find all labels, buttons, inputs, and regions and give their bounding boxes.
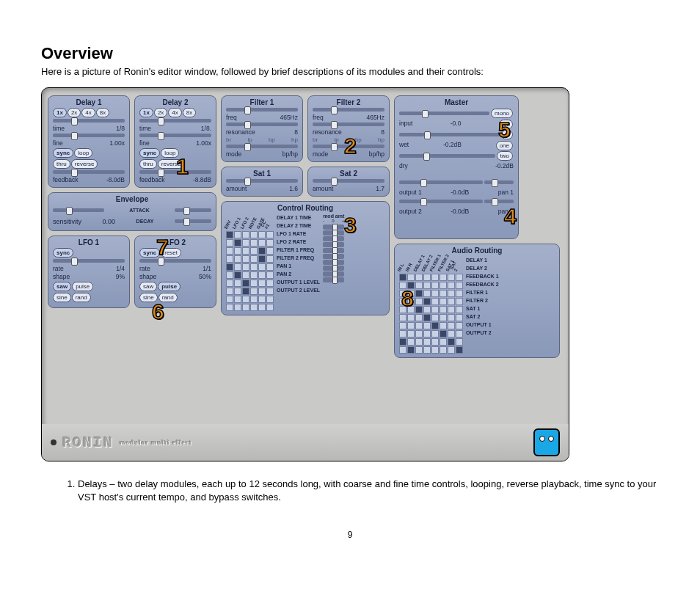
ctrl-grid-cell[interactable] <box>266 304 274 311</box>
master-pan1-slider[interactable] <box>484 180 514 184</box>
sat1-amount-slider[interactable] <box>226 179 298 183</box>
aud-grid-cell[interactable] <box>448 338 455 346</box>
ctrl-grid-cell[interactable] <box>266 271 274 279</box>
master-wet-slider[interactable] <box>399 133 500 136</box>
delay2-reverse[interactable]: reverse <box>158 159 185 169</box>
delay2-sync[interactable]: sync <box>139 148 160 158</box>
master-dry-slider[interactable] <box>399 154 495 158</box>
ctrl-grid-cell[interactable] <box>242 255 249 263</box>
lfo2-rate-slider[interactable] <box>139 259 211 263</box>
aud-grid-cell[interactable] <box>407 274 415 281</box>
aud-grid-cell[interactable] <box>415 306 423 313</box>
modamt-slider[interactable] <box>323 266 344 271</box>
master-one[interactable]: one <box>496 141 513 150</box>
ctrl-grid-cell[interactable] <box>266 239 274 247</box>
ctrl-grid-cell[interactable] <box>242 271 249 279</box>
delay2-mult-8x[interactable]: 8x <box>183 108 196 117</box>
aud-grid-cell[interactable] <box>407 346 415 354</box>
aud-grid-cell[interactable] <box>440 338 447 346</box>
master-input-slider[interactable] <box>399 112 489 115</box>
delay2-mult-2x[interactable]: 2x <box>154 108 167 117</box>
aud-grid-cell[interactable] <box>448 314 455 321</box>
delay2-fine-slider[interactable] <box>139 134 211 137</box>
ctrl-grid-cell[interactable] <box>226 263 233 271</box>
aud-grid-cell[interactable] <box>431 306 439 313</box>
filter1-mode-slider[interactable] <box>226 145 298 148</box>
aud-grid-cell[interactable] <box>407 298 415 305</box>
modamt-slider[interactable] <box>323 271 344 277</box>
filter1-res-slider[interactable] <box>226 123 298 126</box>
delay1-loop[interactable]: loop <box>74 148 92 158</box>
ctrl-grid-cell[interactable] <box>242 239 249 247</box>
aud-grid-cell[interactable] <box>399 322 406 329</box>
lfo2-sync[interactable]: sync <box>139 248 160 258</box>
modamt-slider[interactable] <box>323 225 344 230</box>
ctrl-routing-grid[interactable] <box>226 231 274 311</box>
aud-grid-cell[interactable] <box>456 274 463 281</box>
aud-grid-cell[interactable] <box>448 274 455 281</box>
ctrl-grid-cell[interactable] <box>250 239 258 247</box>
aud-grid-cell[interactable] <box>399 274 406 281</box>
lfo1-rand[interactable]: rand <box>72 293 91 302</box>
ctrl-grid-cell[interactable] <box>242 247 249 255</box>
aud-grid-cell[interactable] <box>399 338 406 346</box>
ctrl-grid-cell[interactable] <box>250 288 258 295</box>
aud-grid-cell[interactable] <box>456 338 463 346</box>
master-two[interactable]: two <box>497 151 513 161</box>
lfo2-pulse[interactable]: pulse <box>158 282 181 291</box>
ctrl-grid-cell[interactable] <box>234 255 241 263</box>
ctrl-grid-cell[interactable] <box>242 296 249 303</box>
ctrl-grid-cell[interactable] <box>234 304 241 311</box>
aud-grid-cell[interactable] <box>415 290 423 297</box>
ctrl-grid-cell[interactable] <box>226 231 233 238</box>
aud-grid-cell[interactable] <box>448 290 455 297</box>
ctrl-grid-cell[interactable] <box>226 271 233 279</box>
aud-grid-cell[interactable] <box>407 338 415 346</box>
lfo1-sync[interactable]: sync <box>53 248 73 258</box>
filter2-mode-slider[interactable] <box>313 145 384 148</box>
aud-grid-cell[interactable] <box>423 314 431 321</box>
ctrl-grid-cell[interactable] <box>258 271 266 279</box>
master-kill[interactable]: kill <box>499 120 513 129</box>
ctrl-grid-cell[interactable] <box>226 255 233 263</box>
modamt-slider[interactable] <box>323 277 344 282</box>
aud-grid-cell[interactable] <box>440 274 447 281</box>
aud-grid-cell[interactable] <box>440 346 447 354</box>
delay1-mult-2x[interactable]: 2x <box>68 108 81 117</box>
ctrl-grid-cell[interactable] <box>250 247 258 255</box>
ctrl-grid-cell[interactable] <box>266 231 274 238</box>
ctrl-grid-cell[interactable] <box>266 280 274 287</box>
envelope-attack-slider[interactable] <box>175 208 211 212</box>
aud-grid-cell[interactable] <box>456 290 463 297</box>
aud-grid-cell[interactable] <box>440 290 447 297</box>
ctrl-grid-cell[interactable] <box>242 304 249 311</box>
delay1-mult-8x[interactable]: 8x <box>96 108 109 117</box>
ctrl-grid-cell[interactable] <box>234 280 241 287</box>
filter1-freq-slider[interactable] <box>226 108 298 112</box>
ctrl-grid-cell[interactable] <box>226 239 233 247</box>
aud-grid-cell[interactable] <box>399 298 406 305</box>
aud-grid-cell[interactable] <box>423 330 431 337</box>
ctrl-grid-cell[interactable] <box>226 296 233 303</box>
aud-grid-cell[interactable] <box>415 322 423 329</box>
aud-grid-cell[interactable] <box>423 306 431 313</box>
aud-grid-cell[interactable] <box>431 330 439 337</box>
ctrl-modamt-sliders[interactable] <box>323 225 344 282</box>
aud-grid-cell[interactable] <box>407 282 415 289</box>
sat2-amount-slider[interactable] <box>313 179 384 183</box>
ctrl-grid-cell[interactable] <box>250 296 258 303</box>
aud-grid-cell[interactable] <box>431 298 439 305</box>
aud-grid-cell[interactable] <box>415 330 423 337</box>
ctrl-grid-cell[interactable] <box>234 271 241 279</box>
aud-grid-cell[interactable] <box>415 346 423 354</box>
aud-grid-cell[interactable] <box>456 346 463 354</box>
delay1-mult-4x[interactable]: 4x <box>81 108 95 117</box>
aud-grid-cell[interactable] <box>399 330 406 337</box>
aud-grid-cell[interactable] <box>431 282 439 289</box>
aud-grid-cell[interactable] <box>423 274 431 281</box>
ctrl-grid-cell[interactable] <box>234 231 241 238</box>
ctrl-grid-cell[interactable] <box>266 263 274 271</box>
ctrl-grid-cell[interactable] <box>226 280 233 287</box>
delay2-mult-1x[interactable]: 1x <box>139 108 153 117</box>
envelope-sens-slider[interactable] <box>53 208 104 212</box>
